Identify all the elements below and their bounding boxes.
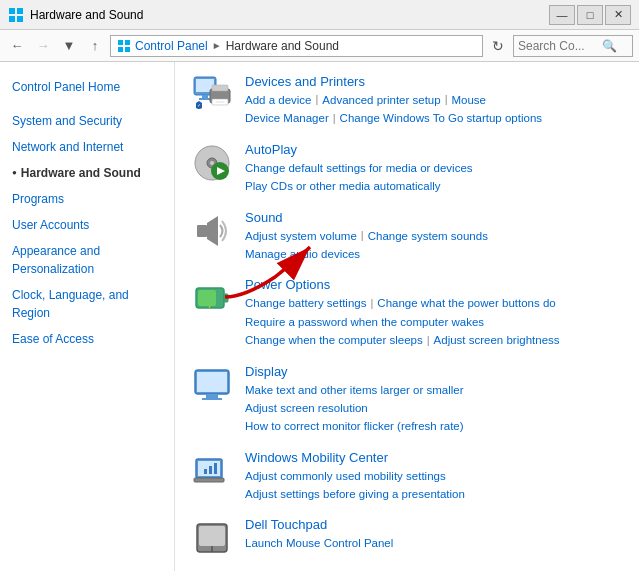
sidebar-item-programs[interactable]: Programs bbox=[0, 186, 174, 212]
svg-rect-30 bbox=[197, 372, 227, 392]
section-autoplay: AutoPlay Change default settings for med… bbox=[191, 142, 623, 196]
refresh-button[interactable]: ↻ bbox=[487, 35, 509, 57]
link-mouse[interactable]: Mouse bbox=[452, 91, 487, 109]
mobility-title[interactable]: Windows Mobility Center bbox=[245, 450, 388, 465]
svg-rect-16 bbox=[216, 101, 224, 103]
devices-printers-links-row2: Device Manager | Change Windows To Go st… bbox=[245, 109, 623, 127]
power-content: Power Options Change battery settings | … bbox=[245, 277, 623, 349]
link-items-larger[interactable]: Make text and other items larger or smal… bbox=[245, 381, 464, 399]
sidebar: Control Panel Home System and Security N… bbox=[0, 62, 175, 571]
link-default-settings[interactable]: Change default settings for media or dev… bbox=[245, 159, 473, 177]
svg-rect-31 bbox=[206, 394, 218, 398]
sidebar-item-system-security[interactable]: System and Security bbox=[0, 108, 174, 134]
dropdown-button[interactable]: ▼ bbox=[58, 35, 80, 57]
main-layout: Control Panel Home System and Security N… bbox=[0, 62, 639, 571]
sidebar-item-clock-language[interactable]: Clock, Language, and Region bbox=[0, 282, 174, 326]
link-add-device[interactable]: Add a device bbox=[245, 91, 312, 109]
search-input[interactable] bbox=[518, 39, 598, 53]
link-monitor-flicker[interactable]: How to correct monitor flicker (refresh … bbox=[245, 417, 464, 435]
link-adjust-volume[interactable]: Adjust system volume bbox=[245, 227, 357, 245]
touchpad-content: Dell Touchpad Launch Mouse Control Panel bbox=[245, 517, 623, 552]
sidebar-item-network-internet[interactable]: Network and Internet bbox=[0, 134, 174, 160]
sidebar-item-hardware-sound[interactable]: Hardware and Sound bbox=[0, 160, 174, 186]
svg-rect-23 bbox=[197, 225, 207, 237]
svg-rect-28 bbox=[198, 290, 216, 306]
touchpad-title[interactable]: Dell Touchpad bbox=[245, 517, 327, 532]
sidebar-item-appearance[interactable]: Appearance and Personalization bbox=[0, 238, 174, 282]
section-mobility: Windows Mobility Center Adjust commonly … bbox=[191, 450, 623, 504]
back-button[interactable]: ← bbox=[6, 35, 28, 57]
svg-rect-4 bbox=[118, 40, 123, 45]
power-links-row3: Change when the computer sleeps | Adjust… bbox=[245, 331, 623, 349]
content-area: ✓ Devices and Printers Add a device | Ad… bbox=[175, 62, 639, 571]
up-button[interactable]: ↑ bbox=[84, 35, 106, 57]
path-icon bbox=[117, 39, 131, 53]
svg-rect-11 bbox=[202, 95, 208, 98]
search-box[interactable]: 🔍 bbox=[513, 35, 633, 57]
link-change-sounds[interactable]: Change system sounds bbox=[368, 227, 488, 245]
devices-printers-title[interactable]: Devices and Printers bbox=[245, 74, 365, 89]
devices-printers-content: Devices and Printers Add a device | Adva… bbox=[245, 74, 623, 128]
svg-rect-5 bbox=[125, 40, 130, 45]
link-device-manager[interactable]: Device Manager bbox=[245, 109, 329, 127]
maximize-button[interactable]: □ bbox=[577, 5, 603, 25]
power-links-row2: Require a password when the computer wak… bbox=[245, 313, 623, 331]
path-segment-2: Hardware and Sound bbox=[226, 39, 339, 53]
svg-rect-35 bbox=[194, 478, 224, 482]
sidebar-item-user-accounts[interactable]: User Accounts bbox=[0, 212, 174, 238]
search-icon: 🔍 bbox=[602, 39, 617, 53]
link-manage-audio[interactable]: Manage audio devices bbox=[245, 245, 360, 263]
svg-rect-14 bbox=[212, 85, 228, 91]
svg-rect-3 bbox=[17, 16, 23, 22]
link-computer-sleeps[interactable]: Change when the computer sleeps bbox=[245, 331, 423, 349]
display-content: Display Make text and other items larger… bbox=[245, 364, 623, 436]
svg-rect-36 bbox=[204, 469, 207, 474]
autoplay-title[interactable]: AutoPlay bbox=[245, 142, 297, 157]
link-windows-to-go[interactable]: Change Windows To Go startup options bbox=[340, 109, 542, 127]
svg-rect-0 bbox=[9, 8, 15, 14]
link-advanced-printer[interactable]: Advanced printer setup bbox=[322, 91, 440, 109]
close-button[interactable]: ✕ bbox=[605, 5, 631, 25]
path-segment-1[interactable]: Control Panel bbox=[135, 39, 208, 53]
touchpad-links-row1: Launch Mouse Control Panel bbox=[245, 534, 623, 552]
display-links-row2: Adjust screen resolution bbox=[245, 399, 623, 417]
forward-button[interactable]: → bbox=[32, 35, 54, 57]
autoplay-icon bbox=[191, 142, 233, 184]
link-require-password[interactable]: Require a password when the computer wak… bbox=[245, 313, 484, 331]
mobility-icon bbox=[191, 450, 233, 492]
link-play-cds[interactable]: Play CDs or other media automatically bbox=[245, 177, 441, 195]
svg-rect-6 bbox=[118, 47, 123, 52]
mobility-content: Windows Mobility Center Adjust commonly … bbox=[245, 450, 623, 504]
autoplay-links-row1: Change default settings for media or dev… bbox=[245, 159, 623, 177]
sidebar-item-ease-of-access[interactable]: Ease of Access bbox=[0, 326, 174, 352]
svg-text:✓: ✓ bbox=[197, 102, 201, 108]
devices-printers-icon: ✓ bbox=[191, 74, 233, 116]
minimize-button[interactable]: — bbox=[549, 5, 575, 25]
power-title[interactable]: Power Options bbox=[245, 277, 330, 292]
link-power-buttons[interactable]: Change what the power buttons do bbox=[377, 294, 555, 312]
display-title[interactable]: Display bbox=[245, 364, 288, 379]
sidebar-item-control-panel-home[interactable]: Control Panel Home bbox=[0, 74, 174, 100]
power-icon bbox=[191, 277, 233, 319]
link-presentation[interactable]: Adjust settings before giving a presenta… bbox=[245, 485, 465, 503]
link-mobility-settings[interactable]: Adjust commonly used mobility settings bbox=[245, 467, 446, 485]
sound-title[interactable]: Sound bbox=[245, 210, 283, 225]
svg-rect-38 bbox=[214, 463, 217, 474]
section-display: Display Make text and other items larger… bbox=[191, 364, 623, 436]
window-icon bbox=[8, 7, 24, 23]
link-launch-mouse-control[interactable]: Launch Mouse Control Panel bbox=[245, 534, 393, 552]
display-links-row3: How to correct monitor flicker (refresh … bbox=[245, 417, 623, 435]
sound-content: Sound Adjust system volume | Change syst… bbox=[245, 210, 623, 264]
sound-icon bbox=[191, 210, 233, 252]
display-icon bbox=[191, 364, 233, 406]
sound-links-row1: Adjust system volume | Change system sou… bbox=[245, 227, 623, 245]
devices-printers-links-row1: Add a device | Advanced printer setup | … bbox=[245, 91, 623, 109]
link-screen-resolution[interactable]: Adjust screen resolution bbox=[245, 399, 368, 417]
address-path[interactable]: Control Panel ► Hardware and Sound bbox=[110, 35, 483, 57]
title-bar-title: Hardware and Sound bbox=[30, 8, 143, 22]
path-separator: ► bbox=[212, 40, 222, 51]
section-sound: Sound Adjust system volume | Change syst… bbox=[191, 210, 623, 264]
mobility-links-row1: Adjust commonly used mobility settings bbox=[245, 467, 623, 485]
link-adjust-brightness[interactable]: Adjust screen brightness bbox=[434, 331, 560, 349]
link-battery-settings[interactable]: Change battery settings bbox=[245, 294, 366, 312]
